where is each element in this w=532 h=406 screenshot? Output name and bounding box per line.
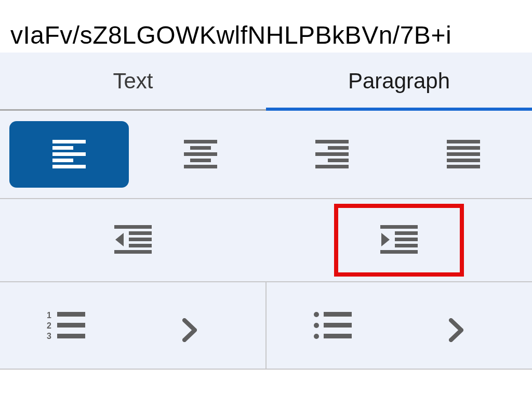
tab-paragraph[interactable]: Paragraph — [266, 53, 532, 109]
formatting-panel: Text Paragraph — [0, 53, 532, 370]
numbered-list-icon: 1 2 3 — [47, 311, 85, 340]
bulleted-list-expand[interactable] — [449, 309, 496, 342]
indent-row — [0, 199, 532, 282]
align-left-button[interactable] — [9, 121, 129, 188]
svg-rect-3 — [52, 159, 73, 162]
bulleted-list-button[interactable] — [267, 282, 532, 369]
list-row: 1 2 3 — [0, 282, 532, 370]
svg-rect-27 — [395, 231, 418, 235]
chevron-right-icon — [449, 318, 496, 342]
svg-rect-2 — [52, 152, 86, 156]
decrease-indent-icon — [114, 225, 152, 255]
chevron-right-icon — [182, 318, 229, 342]
svg-rect-41 — [324, 312, 352, 317]
align-right-icon — [315, 140, 349, 169]
svg-rect-22 — [129, 238, 152, 241]
svg-rect-30 — [380, 250, 418, 254]
svg-rect-15 — [447, 140, 480, 143]
active-tab-indicator — [266, 108, 532, 111]
svg-rect-0 — [52, 140, 86, 143]
svg-rect-8 — [190, 159, 211, 162]
svg-rect-16 — [447, 146, 480, 150]
align-center-button[interactable] — [141, 121, 260, 188]
svg-marker-31 — [381, 233, 390, 246]
svg-rect-35 — [57, 312, 85, 317]
svg-text:2: 2 — [47, 321, 51, 330]
svg-point-40 — [314, 334, 319, 339]
numbered-list-expand[interactable] — [182, 309, 229, 342]
svg-point-39 — [314, 323, 319, 328]
svg-rect-18 — [447, 159, 480, 162]
numbered-list-button[interactable]: 1 2 3 — [0, 282, 265, 369]
svg-rect-43 — [324, 334, 352, 338]
svg-rect-20 — [114, 225, 152, 229]
svg-rect-23 — [129, 244, 152, 247]
svg-marker-25 — [115, 233, 124, 246]
increase-indent-button[interactable] — [266, 199, 532, 281]
svg-rect-9 — [184, 165, 217, 168]
align-center-icon — [184, 140, 217, 169]
align-right-button[interactable] — [272, 121, 392, 188]
svg-rect-1 — [52, 146, 73, 150]
svg-rect-29 — [395, 244, 418, 247]
svg-rect-5 — [184, 140, 217, 143]
svg-point-38 — [314, 312, 319, 317]
svg-rect-12 — [315, 152, 349, 156]
svg-rect-17 — [447, 152, 480, 156]
align-left-icon — [52, 140, 86, 169]
svg-text:1: 1 — [47, 311, 51, 320]
svg-rect-26 — [380, 225, 418, 229]
svg-rect-28 — [395, 238, 418, 241]
svg-rect-37 — [57, 334, 85, 338]
svg-rect-42 — [324, 323, 352, 328]
svg-rect-14 — [315, 165, 349, 168]
align-justify-icon — [447, 140, 480, 169]
svg-rect-6 — [190, 146, 211, 150]
svg-rect-24 — [114, 250, 152, 254]
tabs-row: Text Paragraph — [0, 53, 532, 111]
svg-rect-21 — [129, 231, 152, 235]
tab-text[interactable]: Text — [0, 53, 266, 109]
align-justify-button[interactable] — [404, 121, 523, 188]
svg-rect-7 — [184, 152, 217, 156]
svg-rect-11 — [328, 146, 349, 150]
svg-rect-10 — [315, 140, 349, 143]
bulleted-list-icon — [313, 311, 352, 340]
increase-indent-icon — [380, 225, 418, 255]
document-content-line: vIaFv/sZ8LGOWKwlfNHLPBkBVn/7B+i — [0, 0, 532, 53]
svg-rect-4 — [52, 165, 86, 168]
svg-rect-13 — [328, 159, 349, 162]
alignment-row — [0, 111, 532, 199]
svg-rect-36 — [57, 323, 85, 328]
decrease-indent-button[interactable] — [0, 199, 266, 281]
svg-text:3: 3 — [47, 332, 51, 340]
svg-rect-19 — [447, 165, 480, 168]
